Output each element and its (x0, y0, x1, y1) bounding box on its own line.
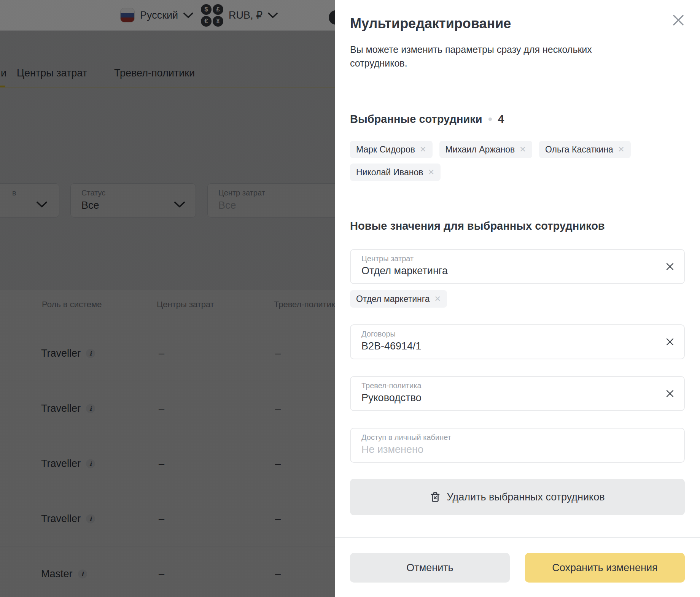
close-icon[interactable] (672, 14, 685, 27)
field-label: Тревел-политика (361, 381, 657, 390)
remove-chip-icon[interactable]: ✕ (519, 145, 526, 154)
clear-field-icon[interactable] (665, 262, 675, 272)
new-values-heading: Новые значения для выбранных сотрудников (350, 220, 685, 232)
trash-icon (430, 491, 441, 503)
account-access-field[interactable]: Доступ в личный кабинет Не изменено (350, 428, 685, 463)
clear-field-icon[interactable] (665, 389, 675, 399)
chip-label: Михаил Аржанов (445, 144, 515, 155)
chip-label: Ольга Касаткина (545, 144, 613, 155)
contracts-field[interactable]: Договоры B2B-46914/1 (350, 324, 685, 359)
field-value: B2B-46914/1 (361, 340, 657, 352)
cost-centers-field[interactable]: Центры затрат Отдел маркетинга (350, 249, 685, 284)
employee-chip[interactable]: Николай Иванов ✕ (350, 164, 441, 181)
remove-chip-icon[interactable]: ✕ (434, 294, 441, 303)
chip-label: Марк Сидоров (356, 144, 415, 155)
selected-count: 4 (498, 113, 504, 125)
delete-selected-button[interactable]: Удалить выбранных сотрудников (350, 479, 685, 515)
field-label: Договоры (361, 330, 657, 338)
employee-chip[interactable]: Ольга Касаткина ✕ (539, 141, 631, 158)
employee-chip[interactable]: Марк Сидоров ✕ (350, 141, 433, 158)
travel-policy-field[interactable]: Тревел-политика Руководство (350, 376, 685, 411)
chip-label: Николай Иванов (356, 167, 423, 178)
chip-label: Отдел маркетинга (356, 294, 430, 304)
field-value: Руководство (361, 392, 657, 404)
cancel-button[interactable]: Отменить (350, 553, 510, 583)
save-button[interactable]: Сохранить изменения (525, 553, 685, 583)
field-label: Центры затрат (361, 254, 657, 263)
field-label: Доступ в личный кабинет (361, 433, 657, 442)
selected-employees-heading: Выбранные сотрудники 4 (350, 113, 685, 125)
field-value: Отдел маркетинга (361, 265, 657, 277)
delete-label: Удалить выбранных сотрудников (447, 491, 605, 503)
screen: Русский $ £ € ¥ RUB, ₽ и Центры затрат Т… (0, 0, 700, 597)
selected-value-chip[interactable]: Отдел маркетинга ✕ (350, 290, 447, 308)
remove-chip-icon[interactable]: ✕ (428, 168, 435, 177)
employee-chip[interactable]: Михаил Аржанов ✕ (439, 141, 532, 158)
remove-chip-icon[interactable]: ✕ (420, 145, 426, 154)
remove-chip-icon[interactable]: ✕ (618, 145, 625, 154)
clear-field-icon[interactable] (665, 337, 675, 347)
selected-employees-chips: Марк Сидоров ✕ Михаил Аржанов ✕ Ольга Ка… (350, 141, 685, 181)
new-values-label: Новые значения для выбранных сотрудников (350, 220, 605, 232)
dot-separator-icon (488, 117, 492, 121)
drawer-footer: Отменить Сохранить изменения (335, 537, 700, 597)
drawer-description: Вы можете изменить параметры сразу для н… (350, 43, 616, 70)
multi-edit-drawer: Мультиредактирование Вы можете изменить … (335, 0, 700, 597)
selected-value-chip-row: Отдел маркетинга ✕ (350, 290, 685, 308)
field-placeholder: Не изменено (361, 444, 657, 456)
selected-employees-label: Выбранные сотрудники (350, 113, 482, 125)
drawer-title: Мультиредактирование (350, 15, 685, 32)
